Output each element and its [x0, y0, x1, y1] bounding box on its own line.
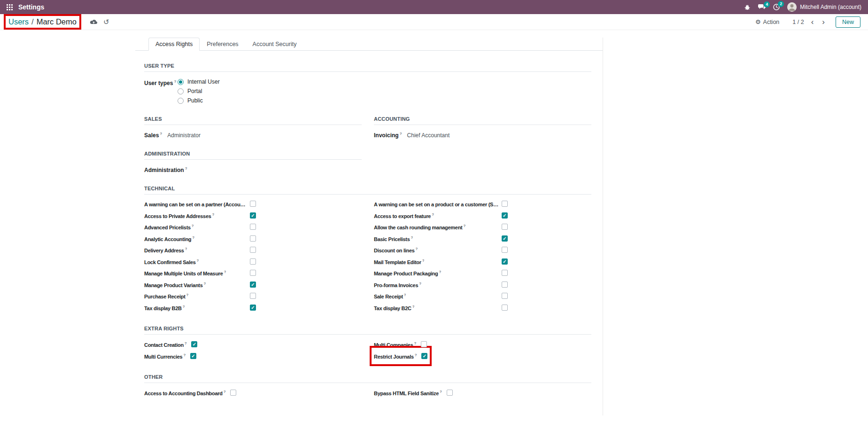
field-label: Contact Creation?: [144, 341, 186, 348]
control-panel: Users / Marc Demo ↺ ⚙ Action 1 / 2 ‹ › N…: [0, 14, 868, 30]
app-name[interactable]: Settings: [18, 3, 44, 11]
section-title-accounting: ACCOUNTING: [374, 116, 591, 125]
user-name: Mitchell Admin (account): [800, 4, 861, 10]
checkbox[interactable]: [421, 353, 427, 359]
help-icon: ?: [416, 247, 418, 251]
gear-icon: ⚙: [755, 18, 761, 25]
checkbox[interactable]: [250, 224, 256, 230]
field-label: Manage Product Variants?: [144, 282, 206, 288]
help-icon: ?: [192, 224, 194, 228]
radio-icon[interactable]: [178, 79, 184, 85]
field-label: Sale Receipt?: [374, 293, 406, 299]
checkbox-row: Multi Currencies?: [144, 350, 196, 362]
checkbox[interactable]: [250, 258, 256, 265]
tab-access-rights[interactable]: Access Rights: [148, 38, 200, 51]
help-icon: ?: [183, 353, 186, 357]
help-icon: ?: [432, 212, 434, 217]
radio-option[interactable]: Portal: [178, 88, 220, 94]
checkbox[interactable]: [502, 212, 508, 219]
checkbox[interactable]: [502, 224, 508, 230]
checkbox-row: Advanced Pricelists?: [144, 221, 362, 233]
checkbox[interactable]: [421, 341, 427, 347]
radio-option[interactable]: Public: [178, 97, 220, 104]
checkbox[interactable]: [250, 212, 256, 219]
form-sheet: Access Rights Preferences Account Securi…: [135, 38, 603, 415]
help-icon: ?: [440, 390, 442, 394]
help-icon: ?: [160, 132, 162, 136]
checkbox-row: Access to Private Addresses?: [144, 210, 362, 222]
discard-button[interactable]: ↺: [103, 18, 109, 25]
checkbox[interactable]: [250, 201, 256, 207]
checkbox[interactable]: [250, 235, 256, 242]
checkbox[interactable]: [191, 341, 197, 347]
checkbox[interactable]: [250, 282, 256, 288]
help-icon: ?: [197, 258, 199, 263]
action-label: Action: [763, 19, 780, 25]
checkbox[interactable]: [190, 353, 196, 359]
field-label: Bypass HTML Field Sanitize?: [374, 390, 442, 396]
field-label: Tax display B2C?: [374, 305, 414, 311]
field-label: Access to Private Addresses?: [144, 212, 214, 219]
checkbox[interactable]: [502, 282, 508, 288]
checkbox[interactable]: [502, 270, 508, 276]
checkbox[interactable]: [502, 247, 508, 253]
radio-label: Portal: [187, 88, 202, 94]
checkbox-row: Manage Product Packaging?: [374, 267, 591, 279]
pager-previous[interactable]: ‹: [810, 18, 815, 26]
checkbox[interactable]: [447, 390, 453, 396]
checkbox[interactable]: [250, 293, 256, 299]
radio-option[interactable]: Internal User: [178, 78, 220, 85]
sales-field: Sales? Administrator: [144, 132, 362, 139]
checkbox-row: Tax display B2B?: [144, 302, 362, 314]
checkbox[interactable]: [250, 305, 256, 311]
checkbox[interactable]: [230, 390, 236, 396]
checkbox[interactable]: [502, 305, 508, 311]
technical-columns: A warning can be set on a partner (Accou…: [144, 195, 591, 313]
tab-account-security[interactable]: Account Security: [246, 38, 304, 51]
user-menu[interactable]: Mitchell Admin (account): [787, 2, 861, 12]
section-sales: SALES Sales? Administrator: [144, 116, 362, 139]
field-label: Restrict Journals?: [374, 353, 417, 360]
checkbox[interactable]: [502, 258, 508, 265]
apps-menu-icon[interactable]: [5, 4, 15, 10]
new-button[interactable]: New: [836, 16, 860, 28]
sales-value[interactable]: Administrator: [167, 132, 201, 139]
technical-right-column: A warning can be set on a product or a c…: [374, 195, 591, 313]
checkbox[interactable]: [502, 293, 508, 299]
radio-icon[interactable]: [178, 88, 184, 94]
help-icon: ?: [439, 270, 441, 274]
debug-icon[interactable]: [744, 4, 751, 10]
checkbox[interactable]: [250, 270, 256, 276]
breadcrumb-link-users[interactable]: Users: [8, 17, 29, 26]
field-label: Delivery Address?: [144, 247, 187, 253]
checkbox[interactable]: [250, 247, 256, 253]
chevron-left-icon: ‹: [811, 17, 814, 26]
section-title-user-type: USER TYPE: [144, 63, 591, 72]
field-label: Mail Template Editor?: [374, 258, 424, 265]
action-menu[interactable]: ⚙ Action: [755, 18, 779, 25]
checkbox[interactable]: [502, 235, 508, 242]
section-extra-rights: EXTRA RIGHTS Contact Creation? Multi Cur…: [144, 326, 591, 362]
section-technical: TECHNICAL A warning can be set on a part…: [144, 186, 591, 313]
section-title-technical: TECHNICAL: [144, 186, 591, 195]
section-title-administration: ADMINISTRATION: [144, 151, 362, 160]
tab-preferences[interactable]: Preferences: [200, 38, 245, 51]
pager-next[interactable]: ›: [821, 18, 826, 26]
checkbox[interactable]: [502, 201, 508, 207]
checkbox-row: Analytic Accounting?: [144, 233, 362, 245]
help-icon: ?: [414, 341, 417, 345]
save-button[interactable]: [90, 19, 98, 25]
field-label: A warning can be set on a partner (Accou…: [144, 201, 247, 207]
invoicing-value[interactable]: Chief Accountant: [407, 132, 450, 139]
help-icon: ?: [185, 247, 187, 251]
help-icon: ?: [192, 235, 194, 240]
annotation-box-breadcrumb: Users / Marc Demo: [7, 17, 78, 27]
messages-icon[interactable]: 4: [758, 4, 766, 10]
checkbox-row: Allow the cash rounding management?: [374, 221, 591, 233]
radio-label: Internal User: [187, 78, 220, 85]
field-label-administration: Administration?: [144, 166, 187, 173]
extra-rights-left-column: Contact Creation? Multi Currencies?: [144, 335, 362, 362]
activities-icon[interactable]: 2: [773, 4, 780, 10]
administration-row: ADMINISTRATION Administration?: [144, 139, 591, 173]
radio-icon[interactable]: [178, 98, 184, 104]
